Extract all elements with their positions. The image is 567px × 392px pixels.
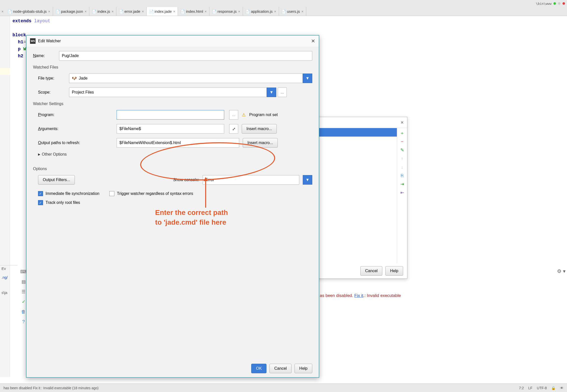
tab-package-json[interactable]: 📄package.json× bbox=[53, 7, 90, 16]
tab-application-js[interactable]: 📄application.js× bbox=[243, 7, 279, 16]
export-icon[interactable]: ⇤ bbox=[400, 190, 405, 195]
inspector-icon[interactable]: 👁 bbox=[560, 386, 563, 390]
output-paths-input[interactable] bbox=[117, 138, 239, 148]
gear-icon[interactable]: ⚙ ▾ bbox=[557, 268, 565, 274]
scope-combo[interactable]: Project Files bbox=[69, 88, 267, 97]
el-h1: h1 bbox=[18, 40, 24, 45]
remove-icon[interactable]: − bbox=[400, 139, 405, 144]
file-type-value: Jade bbox=[79, 76, 88, 81]
help-button[interactable]: Help bbox=[295, 364, 312, 373]
tab-label: package.json bbox=[61, 9, 83, 14]
import-icon[interactable]: ⇥ bbox=[400, 182, 405, 187]
expand-icon[interactable]: ⤢ bbox=[229, 124, 238, 134]
tab-close-icon[interactable]: × bbox=[301, 10, 303, 14]
cancel-button[interactable]: Cancel bbox=[269, 364, 292, 373]
tab-close-icon[interactable]: × bbox=[48, 10, 50, 14]
tab-index-jade[interactable]: 📄index.jade× bbox=[147, 7, 178, 16]
trash-icon[interactable]: 🗑 bbox=[20, 308, 27, 315]
help-button[interactable]: Help bbox=[385, 266, 403, 276]
js-file-icon: 📄 bbox=[8, 10, 12, 14]
help-icon[interactable]: ? bbox=[20, 318, 27, 325]
window-dot-green bbox=[553, 2, 556, 5]
kw-layout: layout bbox=[34, 19, 50, 24]
close-icon[interactable]: × bbox=[401, 120, 404, 125]
tab-node-globals-stub[interactable]: 📄node-globals-stub.js× bbox=[5, 7, 53, 16]
tab-response-js[interactable]: 📄response.js× bbox=[209, 7, 243, 16]
scope-value: Project Files bbox=[72, 90, 94, 95]
edit-icon[interactable]: ✎ bbox=[400, 148, 405, 153]
caret-position[interactable]: 7:2 bbox=[519, 386, 524, 390]
other-options-label: Other Options bbox=[42, 152, 67, 157]
tab-close-leading[interactable]: × bbox=[0, 7, 5, 16]
status-bar: has been disabled Fix it : Invalid execu… bbox=[0, 383, 567, 392]
tab-label: node-globals-stub.js bbox=[13, 9, 47, 14]
program-input[interactable] bbox=[117, 110, 224, 120]
trigger-checkbox-label: Trigger watcher regardless of syntax err… bbox=[117, 191, 193, 196]
move-up-icon[interactable]: ↑ bbox=[400, 156, 405, 161]
el-h2: h2 bbox=[18, 54, 24, 59]
window-dot-red bbox=[562, 2, 565, 5]
tab-label: error.jade bbox=[124, 9, 140, 14]
close-icon[interactable]: ✕ bbox=[311, 38, 315, 44]
tab-close-icon[interactable]: × bbox=[112, 10, 114, 14]
tab-close-icon[interactable]: × bbox=[205, 10, 207, 14]
json-file-icon: 📄 bbox=[56, 10, 60, 14]
trigger-checkbox[interactable] bbox=[109, 191, 114, 196]
file-type-combo[interactable]: 🐶 Jade bbox=[69, 74, 303, 83]
dropdown-icon[interactable]: ▼ bbox=[267, 88, 276, 97]
stack-icon[interactable]: ☰ bbox=[20, 288, 27, 295]
annotation-arrow bbox=[205, 178, 206, 208]
tab-index-js[interactable]: 📄index.js× bbox=[89, 7, 116, 16]
output-filters-button[interactable]: Output Filters... bbox=[38, 175, 75, 185]
dialog-footer: OK Cancel Help bbox=[27, 360, 319, 377]
move-down-icon[interactable]: ↓ bbox=[400, 165, 405, 170]
terminal-icon[interactable]: ⌨ bbox=[20, 268, 27, 275]
browse-button[interactable]: … bbox=[278, 88, 287, 97]
dropdown-icon[interactable]: ▼ bbox=[303, 74, 312, 83]
other-options-toggle[interactable]: ▶ Other Options bbox=[38, 152, 312, 157]
file-encoding[interactable]: UTF-8 bbox=[537, 386, 547, 390]
name-input[interactable] bbox=[59, 51, 312, 61]
webstorm-icon: WS bbox=[30, 38, 36, 44]
tab-label: users.js bbox=[287, 9, 300, 14]
ok-button[interactable]: OK bbox=[251, 364, 266, 373]
show-console-combo[interactable]: Error bbox=[203, 175, 299, 185]
tab-close-icon[interactable]: × bbox=[173, 10, 175, 14]
tab-index-html[interactable]: 📄index.html× bbox=[178, 7, 209, 16]
tab-close-icon[interactable]: × bbox=[85, 10, 87, 14]
tab-label: application.js bbox=[251, 9, 273, 14]
html-file-icon: 📄 bbox=[180, 10, 184, 14]
dialog-title: Edit Watcher bbox=[38, 39, 61, 43]
tab-close-icon[interactable]: × bbox=[238, 10, 240, 14]
tab-users-js[interactable]: 📄users.js× bbox=[279, 7, 306, 16]
lock-icon[interactable]: 🔒 bbox=[551, 386, 555, 390]
dropdown-icon[interactable]: ▼ bbox=[303, 175, 312, 185]
tab-close-icon[interactable]: × bbox=[274, 10, 276, 14]
root-checkbox[interactable]: ✓ bbox=[38, 200, 43, 205]
sync-checkbox[interactable]: ✓ bbox=[38, 191, 43, 196]
add-icon[interactable]: ＋ bbox=[400, 131, 405, 136]
tab-close-icon[interactable]: × bbox=[142, 10, 144, 14]
show-console-label: Show console: bbox=[173, 178, 199, 182]
title-path-fragment: \bin\www bbox=[536, 2, 551, 6]
sync-checkbox-label: Immediate file synchronization bbox=[46, 191, 99, 196]
layers-icon[interactable]: ▤ bbox=[20, 278, 27, 285]
cancel-button[interactable]: Cancel bbox=[360, 266, 382, 276]
tab-error-jade[interactable]: 📄error.jade× bbox=[116, 7, 147, 16]
arguments-label: Arguments: bbox=[38, 127, 113, 131]
kw-block: block bbox=[13, 33, 26, 38]
arguments-input[interactable] bbox=[117, 124, 224, 134]
watcher-disabled-message: as been disabled. Fix it.: Invalid execu… bbox=[320, 293, 401, 298]
insert-macro-button[interactable]: Insert macro... bbox=[242, 124, 277, 134]
name-label: Name: bbox=[33, 54, 56, 58]
eq-sign: = bbox=[23, 40, 26, 45]
line-separator[interactable]: LF bbox=[528, 386, 532, 390]
check-icon[interactable]: ✓ bbox=[20, 298, 27, 305]
fragment-ng: .ng/ bbox=[0, 272, 18, 283]
insert-macro-button[interactable]: Insert macro... bbox=[243, 138, 278, 148]
left-panel-fragments: Ev .ng/ s\ja bbox=[0, 265, 18, 302]
dialog-header: WS Edit Watcher ✕ bbox=[27, 36, 319, 47]
copy-icon[interactable]: ⎘ bbox=[400, 173, 405, 178]
fix-it-link[interactable]: Fix it bbox=[354, 293, 363, 298]
browse-button[interactable]: … bbox=[229, 110, 238, 120]
